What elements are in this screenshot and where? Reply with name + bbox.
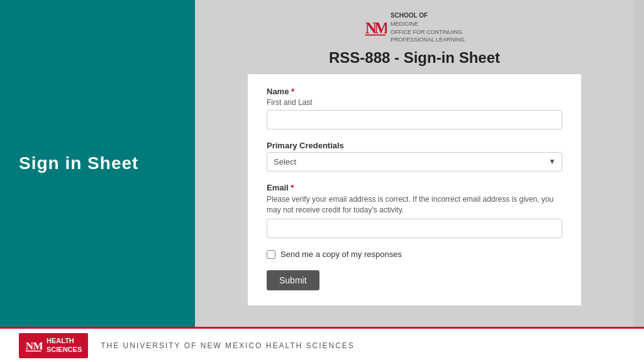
- name-label: Name *: [267, 87, 562, 96]
- credentials-label: Primary Credentials: [267, 141, 562, 150]
- email-field-group: Email * Please verify your email address…: [267, 183, 562, 239]
- form-body: Name * First and Last Primary Credential…: [248, 74, 581, 306]
- footer: N M HEALTH SCIENCES THE UNIVERSITY OF NE…: [0, 327, 644, 362]
- credentials-select-wrapper: Select MD DO RN NP PA PhD Other ▼: [267, 152, 562, 172]
- email-label: Email *: [267, 183, 562, 192]
- svg-text:M: M: [374, 19, 387, 36]
- name-sublabel: First and Last: [267, 98, 562, 107]
- form-header: N M SCHOOL OF MEDICINE OFFICE FOR CONTIN…: [195, 0, 634, 74]
- footer-tagline: THE UNIVERSITY OF NEW MEXICO HEALTH SCIE…: [101, 341, 355, 350]
- name-field-group: Name * First and Last: [267, 87, 562, 129]
- checkbox-row: Send me a copy of my responses: [267, 250, 562, 259]
- svg-rect-7: [26, 350, 42, 351]
- form-card: Name * First and Last Primary Credential…: [248, 74, 581, 306]
- svg-rect-3: [365, 35, 386, 36]
- email-input[interactable]: [267, 219, 562, 238]
- scrollbar[interactable]: [634, 0, 644, 327]
- email-required-star: *: [291, 183, 294, 192]
- copy-checkbox-label[interactable]: Send me a copy of my responses: [280, 250, 402, 259]
- email-warning: Please verify your email address is corr…: [267, 194, 562, 216]
- name-required-star: *: [291, 87, 294, 96]
- left-panel-title: Sign in Sheet: [19, 152, 138, 175]
- credentials-field-group: Primary Credentials Select MD DO RN NP P…: [267, 141, 562, 172]
- school-text: SCHOOL OF MEDICINE OFFICE FOR CONTINUING…: [391, 11, 465, 44]
- left-panel: Sign in Sheet: [0, 0, 195, 327]
- credentials-select[interactable]: Select MD DO RN NP PA PhD Other: [267, 152, 562, 172]
- unm-logo: N M SCHOOL OF MEDICINE OFFICE FOR CONTIN…: [364, 11, 465, 44]
- logo-area: N M SCHOOL OF MEDICINE OFFICE FOR CONTIN…: [208, 11, 621, 44]
- footer-hs-text: HEALTH SCIENCES: [47, 337, 82, 353]
- footer-unm-symbol: N M: [25, 337, 43, 354]
- name-input[interactable]: [267, 110, 562, 129]
- form-area: N M SCHOOL OF MEDICINE OFFICE FOR CONTIN…: [195, 0, 634, 327]
- form-title: RSS-888 - Sign-in Sheet: [208, 49, 621, 67]
- unm-logo-symbol: N M: [364, 16, 387, 39]
- svg-text:M: M: [33, 340, 43, 352]
- footer-logo: N M HEALTH SCIENCES: [19, 333, 88, 358]
- submit-button[interactable]: Submit: [267, 270, 319, 290]
- copy-checkbox[interactable]: [267, 250, 275, 259]
